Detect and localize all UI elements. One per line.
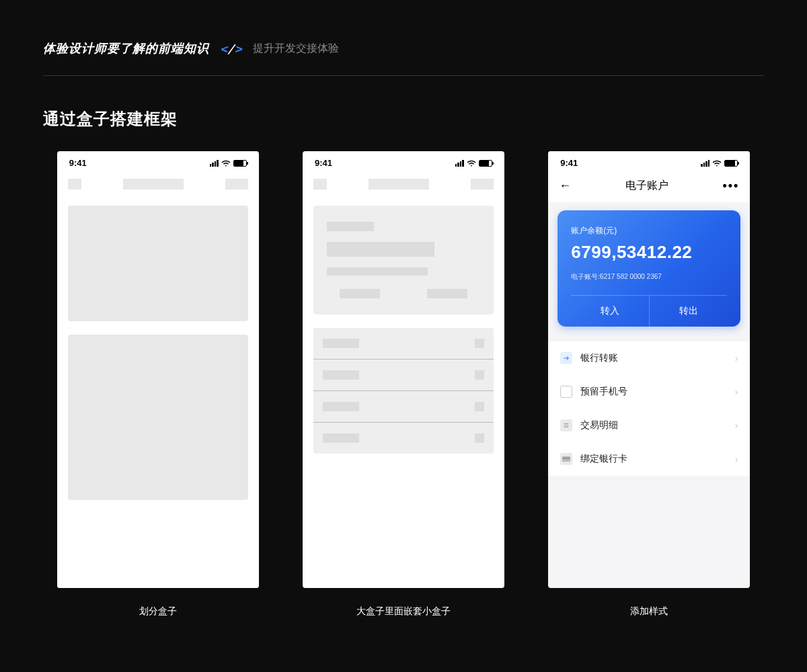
navbar: ← 电子账户 ••• [548, 172, 750, 202]
battery-icon [479, 160, 492, 167]
header-title: 体验设计师要了解的前端知识 [43, 40, 209, 56]
menu-item-phone[interactable]: 预留手机号 › [548, 375, 750, 409]
placeholder-block [225, 179, 248, 190]
wireframe-navbar [57, 172, 259, 196]
wireframe-row [313, 360, 494, 391]
caption-2: 大盒子里面嵌套小盒子 [356, 605, 451, 618]
menu-item-transaction-detail[interactable]: 交易明细 › [548, 409, 750, 442]
phone-column-1: 9:41 划分盒子 [43, 151, 272, 618]
account-number: 电子账号:6217 582 0000 2367 [571, 272, 727, 282]
status-icons [210, 159, 247, 168]
list-icon [560, 419, 572, 431]
balance-amount: 6799,53412.22 [571, 242, 727, 263]
wireframe-navbar [303, 172, 504, 196]
status-bar: 9:41 [57, 151, 259, 172]
phone-column-2: 9:41 [289, 151, 518, 618]
battery-icon [233, 160, 247, 167]
chevron-right-icon: › [735, 353, 738, 364]
status-time: 9:41 [69, 158, 87, 168]
signal-icon [701, 160, 709, 167]
placeholder-block [313, 179, 327, 190]
wireframe-nested-card [313, 206, 494, 314]
menu-label: 交易明细 [580, 419, 726, 431]
wireframe-row [313, 423, 494, 454]
status-time: 9:41 [560, 158, 578, 168]
menu-item-bind-card[interactable]: 绑定银行卡 › [548, 442, 750, 476]
phone-column-3: 9:41 ← 电子账户 ••• 账户余额(元) 6799,53412.22 电子… [535, 151, 764, 618]
page-header: 体验设计师要了解的前端知识 </> 提升开发交接体验 [43, 40, 764, 76]
transfer-in-button[interactable]: 转入 [571, 296, 650, 327]
svg-rect-0 [564, 423, 569, 424]
placeholder-block [340, 289, 380, 298]
placeholder-block [369, 179, 429, 190]
chevron-right-icon: › [735, 454, 738, 464]
card-actions: 转入 转出 [571, 295, 727, 327]
card-icon [560, 453, 572, 465]
placeholder-block [327, 267, 428, 276]
placeholder-block [427, 289, 467, 298]
menu-label: 预留手机号 [580, 386, 726, 398]
phone-wireframe-1: 9:41 [57, 151, 259, 588]
signal-icon [210, 160, 219, 167]
placeholder-block [123, 179, 184, 190]
placeholder-block [327, 242, 434, 257]
transfer-out-button[interactable]: 转出 [650, 296, 728, 327]
caption-3: 添加样式 [630, 605, 668, 618]
balance-label: 账户余额(元) [571, 225, 727, 237]
transfer-icon [560, 352, 572, 364]
wifi-icon [712, 159, 722, 168]
wireframe-content [57, 196, 259, 588]
phone-icon [560, 386, 572, 398]
status-bar: 9:41 [548, 151, 750, 172]
wireframe-row [313, 391, 494, 423]
menu-label: 绑定银行卡 [580, 453, 726, 465]
caption-1: 划分盒子 [139, 605, 177, 618]
wireframe-list [313, 328, 494, 454]
placeholder-block [327, 222, 374, 231]
chevron-right-icon: › [735, 420, 738, 431]
phone-wireframe-2: 9:41 [303, 151, 504, 588]
svg-rect-3 [562, 456, 570, 462]
svg-rect-1 [564, 425, 569, 426]
header-subtitle: 提升开发交接体验 [253, 42, 339, 56]
status-icons [455, 159, 492, 168]
svg-rect-2 [564, 427, 569, 427]
menu-item-bank-transfer[interactable]: 银行转账 › [548, 341, 750, 375]
more-icon[interactable]: ••• [722, 179, 739, 193]
phone-row: 9:41 划分盒子 [43, 151, 764, 618]
status-bar: 9:41 [303, 151, 504, 172]
battery-icon [724, 160, 738, 167]
wireframe-row [313, 328, 494, 360]
svg-rect-4 [562, 458, 570, 459]
wifi-icon [467, 159, 476, 168]
balance-card: 账户余额(元) 6799,53412.22 电子账号:6217 582 0000… [558, 210, 740, 327]
placeholder-block [68, 179, 81, 190]
wireframe-buttons [327, 289, 480, 298]
status-icons [701, 159, 738, 168]
wireframe-card [68, 206, 248, 321]
signal-icon [455, 160, 464, 167]
chevron-right-icon: › [735, 386, 738, 397]
section-title: 通过盒子搭建框架 [43, 108, 764, 130]
wifi-icon [221, 159, 231, 168]
status-time: 9:41 [315, 158, 332, 168]
page-title: 电子账户 [625, 179, 668, 193]
code-icon: </> [220, 42, 242, 56]
back-arrow-icon[interactable]: ← [559, 179, 571, 193]
wireframe-card [68, 335, 248, 500]
placeholder-block [471, 179, 494, 190]
menu-list: 银行转账 › 预留手机号 › 交易明细 › [548, 341, 750, 476]
menu-label: 银行转账 [580, 352, 726, 364]
phone-final: 9:41 ← 电子账户 ••• 账户余额(元) 6799,53412.22 电子… [548, 151, 750, 588]
